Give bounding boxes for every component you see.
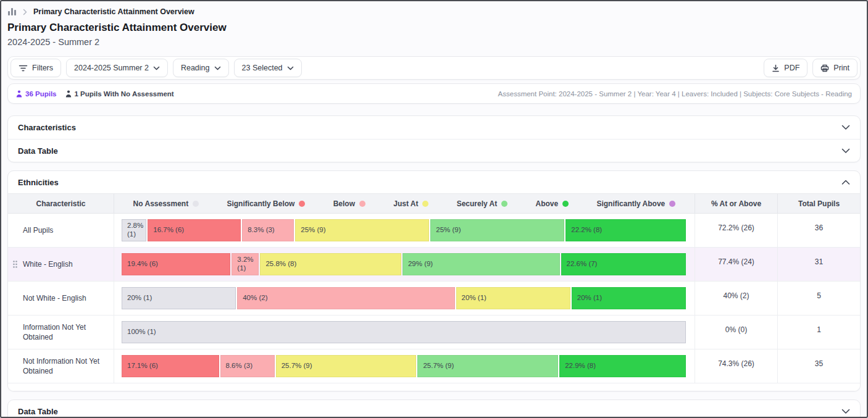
printer-icon <box>820 64 829 72</box>
legend-item-just-at: Just At <box>393 199 428 208</box>
legend-dot-below <box>359 201 365 207</box>
page-title: Primary Characteristic Attainment Overvi… <box>7 22 861 34</box>
row-characteristic-label: White - English <box>23 259 73 269</box>
bar-segment-securely-at: 29% (9) <box>403 253 560 275</box>
breadcrumb: Primary Characteristic Attainment Overvi… <box>7 7 861 16</box>
bar-chart-icon[interactable] <box>7 7 17 16</box>
legend-item-below: Below <box>333 199 365 208</box>
bar-segment-just-at: 25.8% (8) <box>260 253 401 275</box>
bar-segment-significantly-below: 17.1% (6) <box>122 355 219 377</box>
collapsed-bottom-card: Data Table <box>7 399 861 418</box>
legend-label: Above <box>535 199 558 208</box>
section-data-table-bottom-title: Data Table <box>18 407 58 416</box>
legend-item-above: Above <box>535 199 569 208</box>
collapsed-sections-card: Characteristics Data Table <box>7 115 861 162</box>
legend-label: Below <box>333 199 355 208</box>
at-or-above-value: 74.3% (26) <box>695 349 777 383</box>
filter-icon <box>19 64 28 72</box>
chevron-up-icon[interactable] <box>841 180 850 185</box>
chevron-down-icon <box>153 66 160 70</box>
legend-item-significantly-above: Significantly Above <box>596 199 675 208</box>
legend-dot-significantly-above <box>669 201 675 207</box>
filter-context-text: Assessment Point: 2024-2025 - Summer 2 |… <box>498 90 852 98</box>
pupils-count-label: 36 Pupils <box>25 90 57 98</box>
table-row[interactable]: Not Information Not Yet Obtained17.1% (6… <box>8 349 860 383</box>
column-header-at-or-above: % At or Above <box>695 194 777 213</box>
attainment-bar: 20% (1)40% (2)20% (1)20% (1) <box>122 287 686 309</box>
section-characteristics[interactable]: Characteristics <box>8 116 860 139</box>
summary-bar: 36 Pupils 1 Pupils With No Assessment As… <box>7 83 861 104</box>
person-icon <box>16 90 22 98</box>
no-assessment-pupils-badge[interactable]: 1 Pupils With No Assessment <box>65 90 174 98</box>
filter-controls: Filters 2024-2025 Summer 2 Reading 23 Se… <box>10 59 302 77</box>
chevron-down-icon[interactable] <box>841 409 850 414</box>
legend-label: No Assessment <box>133 199 189 208</box>
chevron-down-icon[interactable] <box>841 125 850 130</box>
legend-dot-above <box>562 201 569 207</box>
breadcrumb-current-page[interactable]: Primary Characteristic Attainment Overvi… <box>33 7 194 16</box>
bar-segment-securely-at: 25% (9) <box>430 219 564 241</box>
drag-handle-icon[interactable] <box>12 260 18 269</box>
bar-segment-significantly-below: 19.4% (6) <box>122 253 230 275</box>
pupils-count-badge[interactable]: 36 Pupils <box>16 90 57 98</box>
table-row[interactable]: White - English19.4% (6)3.2% (1)25.8% (8… <box>8 248 860 282</box>
at-or-above-value: 72.2% (26) <box>695 214 777 247</box>
print-button-label: Print <box>833 64 849 72</box>
pdf-button[interactable]: PDF <box>764 59 807 77</box>
table-row[interactable]: Information Not Yet Obtained100% (1)0% (… <box>8 316 860 349</box>
bar-segment-below: 8.3% (3) <box>242 219 294 241</box>
pdf-button-label: PDF <box>784 64 799 72</box>
table-row[interactable]: Not White - English20% (1)40% (2)20% (1)… <box>8 282 860 316</box>
total-pupils-value: 35 <box>777 349 860 383</box>
section-data-table-bottom[interactable]: Data Table <box>8 400 860 418</box>
table-header: Characteristic No AssessmentSignificantl… <box>8 193 860 214</box>
selected-items-dropdown[interactable]: 23 Selected <box>234 59 302 77</box>
legend-header: No AssessmentSignificantly BelowBelowJus… <box>114 194 695 213</box>
section-ethnicities-title: Ethnicities <box>18 178 59 187</box>
at-or-above-value: 40% (2) <box>695 282 777 315</box>
filter-toolbar: Filters 2024-2025 Summer 2 Reading 23 Se… <box>7 56 861 80</box>
assessment-point-value: 2024-2025 Summer 2 <box>74 64 149 72</box>
legend-dot-significantly-below <box>299 201 305 207</box>
total-pupils-value: 1 <box>777 316 860 349</box>
legend-label: Significantly Above <box>596 199 665 208</box>
no-assessment-pupils-label: 1 Pupils With No Assessment <box>75 90 174 98</box>
attainment-bar: 2.8% (1)16.7% (6)8.3% (3)25% (9)25% (9)2… <box>122 219 686 241</box>
total-pupils-value: 36 <box>777 214 860 247</box>
bar-segment-below: 3.2% (1) <box>232 253 259 275</box>
row-characteristic-label: Information Not Yet Obtained <box>23 322 107 342</box>
legend-item-significantly-below: Significantly Below <box>227 199 305 208</box>
bar-segment-no-assessment: 100% (1) <box>122 321 686 343</box>
app-window: Primary Characteristic Attainment Overvi… <box>0 0 868 418</box>
subject-value: Reading <box>181 64 210 72</box>
ethnicities-section: Ethnicities Characteristic No Assessment… <box>7 170 861 391</box>
bar-segment-below: 40% (2) <box>237 287 454 309</box>
bar-segment-just-at: 25% (9) <box>295 219 429 241</box>
total-pupils-value: 5 <box>777 282 860 315</box>
subject-dropdown[interactable]: Reading <box>173 59 229 77</box>
row-characteristic-label: Not Information Not Yet Obtained <box>23 356 107 376</box>
chevron-down-icon[interactable] <box>841 148 850 154</box>
export-controls: PDF Print <box>764 59 858 77</box>
bar-segment-above: 22.2% (8) <box>565 219 686 241</box>
column-header-total-pupils: Total Pupils <box>777 194 860 213</box>
at-or-above-value: 77.4% (24) <box>695 248 777 281</box>
section-data-table-top[interactable]: Data Table <box>8 139 860 162</box>
at-or-above-value: 0% (0) <box>695 316 777 349</box>
attainment-bar: 100% (1) <box>122 321 686 343</box>
table-footer-spacer <box>8 383 860 391</box>
table-row[interactable]: All Pupils2.8% (1)16.7% (6)8.3% (3)25% (… <box>8 214 860 248</box>
bar-segment-just-at: 25.7% (9) <box>276 355 417 377</box>
legend-item-no-assessment: No Assessment <box>133 199 199 208</box>
legend-dot-no-assessment <box>193 201 199 207</box>
assessment-point-dropdown[interactable]: 2024-2025 Summer 2 <box>66 59 168 77</box>
bar-segment-above: 20% (1) <box>572 287 686 309</box>
bar-segment-significantly-below: 16.7% (6) <box>148 219 241 241</box>
section-data-table-top-title: Data Table <box>18 146 58 156</box>
filters-button[interactable]: Filters <box>10 59 61 77</box>
section-ethnicities-header[interactable]: Ethnicities <box>8 171 860 193</box>
chevron-right-icon <box>22 9 28 15</box>
bar-segment-no-assessment: 2.8% (1) <box>122 219 146 241</box>
print-button[interactable]: Print <box>812 59 858 77</box>
legend-label: Just At <box>393 199 418 208</box>
